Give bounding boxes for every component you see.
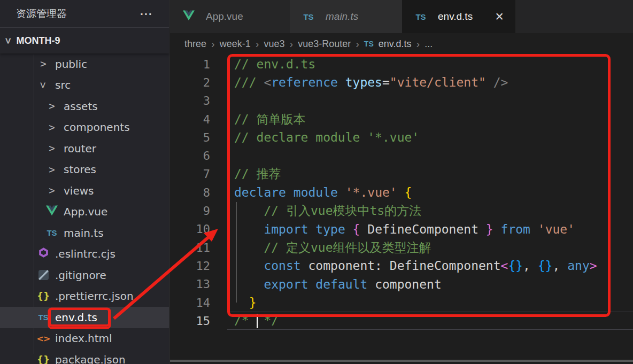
code-line-2[interactable]: 2/// <reference types="vite/client" /> [170, 73, 633, 91]
code-line-12[interactable]: 12 const component: DefineComponent<{}, … [170, 257, 633, 275]
chevron-down-icon: > [38, 82, 48, 88]
vscode-window: 资源管理器 ··· > MONTH-9 >public>src>assets>c… [0, 0, 633, 364]
chevron-right-icon: > [49, 101, 55, 111]
code-line-11[interactable]: 11 // 定义vue组件以及类型注解 [170, 238, 633, 257]
code-line-15[interactable]: 15/* */ [170, 312, 633, 330]
line-number: 14 [170, 296, 210, 309]
code-line-3[interactable]: 3 [170, 92, 633, 110]
tree-item-icon-box [45, 205, 59, 219]
code-line-13[interactable]: 13 export default component [170, 275, 633, 293]
breadcrumb-item-week-1[interactable]: week-1 [220, 38, 251, 50]
horizontal-scrollbar[interactable] [170, 360, 633, 362]
code-text: // env.d.ts [234, 57, 315, 71]
project-root-label: MONTH-9 [16, 35, 60, 47]
line-number: 12 [170, 259, 210, 273]
breadcrumb: three›week-1›vue3›vue3-Router›TSenv.d.ts… [170, 33, 633, 55]
code-line-1[interactable]: 1// env.d.ts [170, 55, 633, 73]
tree-folder-src[interactable]: >src [0, 75, 169, 96]
tab-label: main.ts [326, 11, 358, 22]
file-tree: >public>src>assets>components>router>sto… [0, 53, 169, 364]
more-actions-icon[interactable]: ··· [140, 7, 153, 20]
line-number: 6 [170, 149, 210, 162]
tree-item-label: public [55, 58, 87, 71]
breadcrumb-item-file[interactable]: env.d.ts [379, 38, 412, 50]
current-line-border [227, 312, 633, 330]
line-number: 15 [170, 314, 210, 328]
tree-file-App-vue[interactable]: App.vue [0, 202, 169, 223]
code-text: import type { DefineComponent } from 'vu… [234, 222, 575, 236]
tree-folder-components[interactable]: >components [0, 117, 169, 138]
code-line-4[interactable]: 4// 简单版本 [170, 110, 633, 128]
code-text: declare module '*.vue' { [234, 185, 412, 199]
tree-item-label: router [64, 142, 96, 155]
line-number: 10 [170, 222, 210, 236]
tree-item-icon-box: <> [36, 334, 50, 344]
json-file-icon: {} [37, 354, 50, 364]
ts-file-icon: TS [415, 12, 426, 21]
git-icon [38, 270, 49, 280]
vue-logo-icon [46, 205, 58, 219]
line-number: 5 [170, 131, 210, 144]
line-number: 8 [170, 186, 210, 199]
code-line-9[interactable]: 9 // 引入vue模块中ts的方法 [170, 202, 633, 220]
tree-item-label: App.vue [64, 205, 107, 218]
tab-env-d-ts[interactable]: TSenv.d.ts× [402, 0, 515, 33]
tree-folder-router[interactable]: >router [0, 138, 169, 159]
tree-item-label: .eslintrc.cjs [55, 247, 115, 260]
code-text: // declare module '*.vue' [234, 130, 419, 144]
tree-folder-views[interactable]: >views [0, 180, 169, 202]
tree-folder-public[interactable]: >public [0, 53, 169, 75]
ts-file-icon: TS [364, 40, 374, 48]
code-line-5[interactable]: 5// declare module '*.vue' [170, 128, 633, 146]
tab-App-vue[interactable]: App.vue [170, 0, 290, 33]
tree-folder-stores[interactable]: >stores [0, 159, 169, 181]
breadcrumb-item-three[interactable]: three [184, 38, 206, 50]
editor-tabbar: App.vueTSmain.tsTSenv.d.ts× [170, 0, 633, 33]
tree-file-main-ts[interactable]: TSmain.ts [0, 222, 169, 244]
breadcrumb-item-vue3[interactable]: vue3 [264, 38, 284, 50]
tab-main-ts[interactable]: TSmain.ts [290, 0, 402, 33]
ts-file-icon: TS [303, 12, 313, 21]
tree-file-prettierrc-json[interactable]: {}.prettierrc.json [0, 286, 169, 307]
code-text: // 推荐 [234, 166, 281, 182]
code-text: // 定义vue组件以及类型注解 [234, 239, 431, 256]
tree-file-env-d-ts[interactable]: TSenv.d.ts [0, 307, 169, 328]
code-line-6[interactable]: 6 [170, 146, 633, 165]
tree-item-label: main.ts [64, 227, 104, 239]
line-number: 2 [170, 76, 210, 89]
code-text: export default component [234, 277, 442, 291]
code-line-8[interactable]: 8declare module '*.vue' { [170, 183, 633, 202]
tree-item-icon-box: TS [45, 228, 59, 237]
project-root-row[interactable]: > MONTH-9 [0, 28, 169, 53]
breadcrumb-item-symbol[interactable]: ... [424, 38, 433, 50]
code-line-7[interactable]: 7// 推荐 [170, 165, 633, 183]
tab-icon-box [182, 10, 196, 23]
line-number: 11 [170, 241, 210, 254]
vue-logo-icon [183, 10, 195, 23]
tree-item-icon-box: > [36, 80, 50, 90]
code-text: // 引入vue模块中ts的方法 [234, 203, 421, 219]
tree-file-gitignore[interactable]: .gitignore [0, 265, 169, 286]
tree-item-icon-box: {} [36, 291, 50, 301]
json-file-icon: {} [37, 291, 50, 301]
tree-item-icon-box: > [36, 59, 50, 69]
code-line-14[interactable]: 14 } [170, 293, 633, 312]
tree-file-eslintrc-cjs[interactable]: .eslintrc.cjs [0, 244, 169, 265]
code-text: // 简单版本 [234, 111, 306, 128]
breadcrumb-separator-icon: › [211, 38, 215, 50]
explorer-sidebar: 资源管理器 ··· > MONTH-9 >public>src>assets>c… [0, 0, 169, 364]
breadcrumb-separator-icon: › [356, 38, 359, 50]
line-number: 3 [170, 94, 210, 107]
line-number: 9 [170, 204, 210, 218]
tree-file-index-html[interactable]: <>index.html [0, 328, 169, 350]
tab-icon-box: TS [302, 12, 315, 21]
code-line-10[interactable]: 10 import type { DefineComponent } from … [170, 220, 633, 238]
tree-folder-assets[interactable]: >assets [0, 96, 169, 117]
breadcrumb-item-vue3-Router[interactable]: vue3-Router [298, 38, 351, 50]
close-icon[interactable]: × [495, 10, 504, 24]
code-editor[interactable]: 1// env.d.ts2/// <reference types="vite/… [170, 55, 633, 364]
code-text: const component: DefineComponent<{}, {},… [234, 259, 597, 273]
chevron-right-icon: > [49, 122, 55, 133]
tree-file-package-json[interactable]: {}package.json [0, 349, 169, 364]
tree-item-icon-box: > [45, 143, 59, 153]
